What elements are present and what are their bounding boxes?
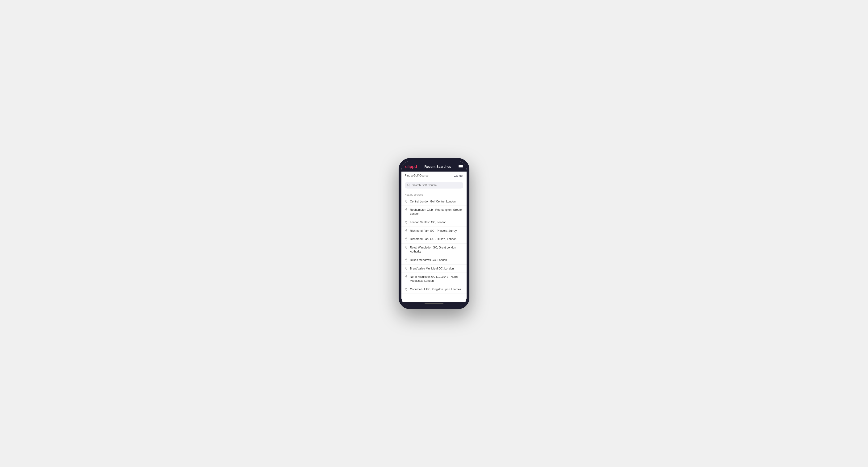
course-list-item[interactable]: Roehampton Club - Roehampton, Greater Lo…: [401, 206, 467, 218]
content-area: Find a Golf Course Cancel Nearby courses…: [401, 172, 467, 302]
course-name: Coombe Hill GC, Kingston upon Thames: [410, 287, 461, 291]
app-logo: clippd: [405, 164, 417, 169]
svg-point-4: [406, 221, 407, 222]
cancel-button[interactable]: Cancel: [454, 174, 463, 178]
svg-point-11: [406, 289, 407, 289]
hamburger-line-2: [459, 166, 463, 167]
find-bar: Find a Golf Course Cancel: [401, 172, 467, 180]
location-pin-icon: [405, 275, 408, 278]
search-icon: [407, 184, 410, 187]
find-label: Find a Golf Course: [405, 174, 429, 177]
location-pin-icon: [405, 246, 408, 249]
home-indicator: [401, 302, 467, 306]
course-name: Dukes Meadows GC, London: [410, 258, 447, 262]
course-name: North Middlesex GC (1011942 - North Midd…: [410, 275, 463, 283]
course-list-item[interactable]: North Middlesex GC (1011942 - North Midd…: [401, 273, 467, 285]
nearby-label: Nearby courses: [401, 191, 467, 197]
svg-point-2: [406, 200, 407, 201]
location-pin-icon: [405, 288, 408, 291]
course-list-item[interactable]: Coombe Hill GC, Kingston upon Thames: [401, 285, 467, 294]
svg-line-1: [409, 186, 410, 186]
course-list-item[interactable]: Richmond Park GC - Prince's, Surrey: [401, 227, 467, 235]
app-header: clippd Recent Searches: [401, 161, 467, 172]
app-title: Recent Searches: [425, 165, 451, 168]
svg-point-7: [406, 247, 407, 247]
course-name: Richmond Park GC - Prince's, Surrey: [410, 229, 457, 233]
phone-device: clippd Recent Searches Find a Golf Cours…: [399, 158, 469, 309]
course-list-item[interactable]: Royal Wimbledon GC, Great London Authori…: [401, 244, 467, 256]
course-name: Roehampton Club - Roehampton, Greater Lo…: [410, 208, 463, 216]
course-list-item[interactable]: Central London Golf Centre, London: [401, 197, 467, 206]
svg-point-0: [407, 184, 409, 186]
hamburger-line-1: [459, 165, 463, 166]
location-pin-icon: [405, 208, 408, 212]
search-input[interactable]: [412, 184, 461, 187]
location-pin-icon: [405, 229, 408, 232]
home-bar: [425, 303, 443, 304]
course-name: Richmond Park GC - Duke's, London: [410, 237, 457, 241]
location-pin-icon: [405, 267, 408, 270]
course-name: Central London Golf Centre, London: [410, 199, 456, 204]
course-list-item[interactable]: Richmond Park GC - Duke's, London: [401, 235, 467, 244]
svg-point-3: [406, 209, 407, 210]
location-pin-icon: [405, 238, 408, 241]
search-bar: [401, 180, 467, 191]
location-pin-icon: [405, 258, 408, 262]
course-name: Royal Wimbledon GC, Great London Authori…: [410, 246, 463, 254]
course-list-item[interactable]: Dukes Meadows GC, London: [401, 256, 467, 264]
course-list: Central London Golf Centre, LondonRoeham…: [401, 197, 467, 294]
hamburger-menu-icon[interactable]: [459, 165, 463, 168]
location-pin-icon: [405, 221, 408, 224]
svg-point-6: [406, 238, 407, 239]
course-name: Brent Valley Municipal GC, London: [410, 267, 454, 271]
hamburger-line-3: [459, 167, 463, 168]
phone-screen: clippd Recent Searches Find a Golf Cours…: [401, 161, 467, 306]
search-input-wrap: [405, 182, 463, 189]
svg-point-5: [406, 230, 407, 230]
location-pin-icon: [405, 200, 408, 203]
course-name: London Scottish GC, London: [410, 220, 446, 224]
course-list-item[interactable]: Brent Valley Municipal GC, London: [401, 264, 467, 273]
svg-point-9: [406, 268, 407, 268]
svg-point-8: [406, 259, 407, 259]
course-list-item[interactable]: London Scottish GC, London: [401, 218, 467, 227]
svg-point-10: [406, 276, 407, 277]
nearby-courses-section: Nearby courses Central London Golf Centr…: [401, 191, 467, 302]
